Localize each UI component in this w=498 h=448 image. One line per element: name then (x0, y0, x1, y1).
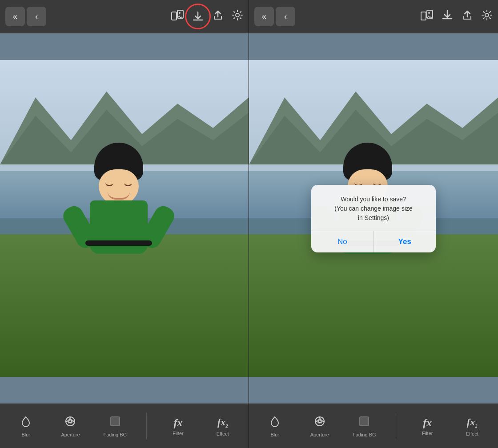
left-tool-aperture[interactable]: Aperture (57, 415, 84, 437)
right-aperture-icon (313, 415, 326, 429)
left-download-icon[interactable] (192, 10, 204, 23)
dialog-line1: Would you like to save? (341, 196, 406, 203)
left-eye-right (124, 183, 132, 186)
right-back-single-button[interactable]: ‹ (276, 7, 295, 26)
right-share-icon[interactable] (462, 9, 473, 24)
left-effect-icon: fx2 (217, 416, 228, 428)
svg-rect-15 (421, 12, 426, 20)
left-tool-blur[interactable]: Blur (12, 415, 39, 437)
right-tool-blur[interactable]: Blur (261, 415, 288, 437)
dialog-message: Would you like to save? (You can change … (320, 195, 427, 223)
left-photo (0, 60, 249, 377)
dialog-line3: in Settings) (358, 214, 389, 221)
right-tool-filter[interactable]: fx Filter (414, 416, 441, 436)
right-effect-label: Effect (466, 431, 478, 436)
left-back-single-button[interactable]: ‹ (27, 7, 46, 26)
svg-point-21 (315, 417, 324, 426)
right-blur-icon (269, 415, 281, 429)
left-nav-buttons: « ‹ (5, 7, 46, 26)
svg-point-3 (236, 13, 239, 17)
left-toolbar: Blur Aperture (0, 404, 249, 448)
right-tool-effect[interactable]: fx2 Effect (459, 416, 486, 436)
left-aperture-icon (64, 415, 76, 429)
right-blur-label: Blur (270, 432, 279, 437)
save-dialog: Would you like to save? (You can change … (311, 185, 436, 252)
right-top-gray (249, 33, 498, 60)
right-back-single-icon: ‹ (284, 12, 287, 21)
dialog-yes-button[interactable]: Yes (374, 231, 436, 252)
svg-point-17 (428, 12, 430, 14)
left-gallery-icon[interactable] (171, 10, 184, 23)
left-share-icon[interactable] (212, 9, 224, 24)
dialog-buttons: No Yes (311, 231, 436, 252)
svg-rect-29 (360, 417, 369, 426)
left-boy-figure (61, 143, 177, 312)
left-toolbar-divider (146, 413, 147, 440)
left-panel: « ‹ (0, 0, 249, 448)
right-download-icon[interactable] (441, 9, 454, 24)
svg-point-2 (179, 12, 181, 14)
left-back-double-icon: « (13, 12, 17, 21)
left-top-gray (0, 33, 249, 60)
left-eye-left (105, 183, 113, 186)
right-toolbar: Blur Aperture (249, 404, 498, 448)
left-top-bar: « ‹ (0, 0, 249, 33)
svg-rect-14 (111, 417, 120, 426)
left-fading-bg-label: Fading BG (104, 432, 127, 437)
right-back-double-icon: « (262, 12, 266, 21)
right-gallery-icon[interactable] (421, 10, 433, 23)
left-back-single-icon: ‹ (35, 12, 38, 21)
left-filter-label: Filter (173, 431, 183, 436)
right-filter-label: Filter (422, 431, 433, 436)
left-shirt (90, 200, 148, 254)
left-face (99, 169, 139, 205)
save-dialog-overlay: Would you like to save? (You can change … (249, 60, 498, 377)
right-effect-icon: fx2 (467, 416, 478, 428)
right-aperture-label: Aperture (310, 432, 329, 437)
left-smile (108, 192, 130, 200)
left-tool-fading-bg[interactable]: Fading BG (102, 415, 129, 437)
svg-rect-0 (172, 12, 177, 20)
left-effect-label: Effect (217, 431, 229, 436)
left-filter-icon: fx (173, 416, 182, 428)
left-eyes (105, 183, 132, 186)
right-filter-icon: fx (423, 416, 432, 428)
right-tool-aperture[interactable]: Aperture (306, 415, 333, 437)
right-settings-icon[interactable] (481, 9, 493, 24)
right-fading-bg-icon (358, 415, 370, 429)
right-fading-bg-label: Fading BG (353, 432, 376, 437)
left-settings-icon[interactable] (232, 9, 243, 24)
right-top-icons (421, 9, 493, 24)
right-toolbar-divider (396, 413, 396, 440)
left-fading-bg-icon (109, 415, 121, 429)
left-bottom-gray (0, 377, 249, 404)
right-panel: « ‹ (249, 0, 498, 448)
left-top-icons (171, 9, 243, 24)
left-handlebar (85, 240, 152, 246)
left-tool-filter[interactable]: fx Filter (165, 416, 191, 436)
left-aperture-label: Aperture (61, 432, 80, 437)
right-nav-buttons: « ‹ (254, 7, 295, 26)
left-back-double-button[interactable]: « (5, 7, 25, 26)
left-blur-label: Blur (21, 432, 30, 437)
right-preview: Would you like to save? (You can change … (249, 60, 498, 377)
left-preview (0, 60, 249, 377)
right-tool-fading-bg[interactable]: Fading BG (351, 415, 378, 437)
right-bottom-gray (249, 377, 498, 404)
left-tool-effect[interactable]: fx2 Effect (209, 416, 236, 436)
dialog-line2: (You can change image size (334, 205, 412, 212)
right-back-double-button[interactable]: « (254, 7, 274, 26)
right-top-bar: « ‹ (249, 0, 498, 33)
svg-point-6 (66, 417, 75, 426)
svg-point-18 (485, 13, 489, 17)
left-blur-icon (20, 415, 32, 429)
dialog-no-button[interactable]: No (311, 231, 374, 252)
